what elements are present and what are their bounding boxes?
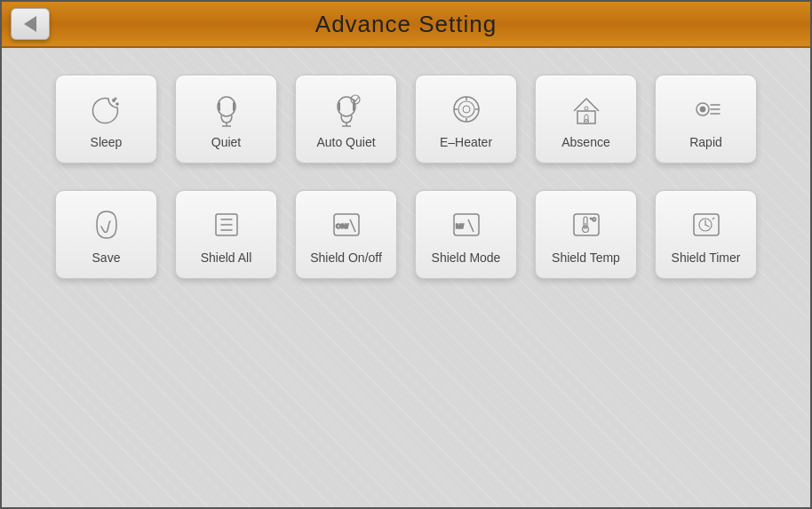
shield-temp-icon: °C (566, 204, 607, 245)
content-area: Sleep Quiet (2, 48, 810, 306)
absence-button[interactable]: Absence (535, 75, 637, 163)
shield-timer-label: Shield Timer (672, 251, 741, 265)
e-heater-button[interactable]: E–Heater (415, 75, 517, 163)
svg-line-44 (705, 225, 709, 227)
back-arrow-icon (24, 16, 36, 32)
auto-quiet-button[interactable]: Auto Quiet (295, 75, 397, 163)
shield-temp-button[interactable]: °C Shield Temp (535, 190, 637, 279)
shield-temp-label: Shield Temp (552, 251, 620, 265)
button-row-2: Save Shield All (55, 190, 757, 279)
shield-onoff-label: Shield On/off (310, 251, 382, 265)
save-label: Save (92, 251, 121, 265)
shield-all-icon (206, 204, 247, 245)
svg-text:M/: M/ (456, 222, 465, 230)
svg-point-1 (116, 103, 118, 105)
e-heater-label: E–Heater (440, 135, 492, 149)
svg-point-20 (585, 107, 588, 110)
svg-point-22 (700, 107, 705, 112)
shield-all-button[interactable]: Shield All (175, 190, 277, 279)
rapid-button[interactable]: Rapid (655, 75, 757, 163)
absence-label: Absence (561, 135, 609, 149)
shield-mode-icon: M/ (446, 204, 487, 245)
save-icon (86, 204, 127, 245)
main-container: Advance Setting Sleep (0, 0, 812, 509)
svg-point-0 (112, 99, 114, 101)
e-heater-icon (446, 89, 487, 130)
shield-mode-button[interactable]: M/ Shield Mode (415, 190, 517, 279)
svg-line-35 (468, 219, 474, 232)
page-title: Advance Setting (315, 11, 497, 38)
shield-mode-label: Shield Mode (432, 251, 501, 265)
svg-point-11 (458, 101, 474, 117)
rapid-label: Rapid (689, 135, 722, 149)
shield-all-label: Shield All (201, 251, 252, 265)
header: Advance Setting (2, 2, 810, 48)
sleep-button[interactable]: Sleep (55, 75, 157, 163)
sleep-icon (86, 89, 127, 130)
auto-quiet-label: Auto Quiet (316, 135, 375, 149)
shield-onoff-button[interactable]: ON/ Shield On/off (295, 190, 397, 279)
quiet-label: Quiet (211, 135, 241, 149)
button-row-1: Sleep Quiet (55, 75, 757, 163)
shield-timer-icon (686, 204, 727, 245)
shield-timer-button[interactable]: Shield Timer (655, 190, 757, 279)
svg-point-12 (463, 106, 470, 113)
sleep-label: Sleep (91, 135, 123, 149)
rapid-icon (686, 89, 727, 130)
shield-onoff-icon: ON/ (326, 204, 367, 245)
quiet-icon (206, 89, 247, 130)
back-button[interactable] (11, 8, 50, 40)
svg-text:ON/: ON/ (336, 222, 349, 230)
quiet-button[interactable]: Quiet (175, 75, 277, 163)
svg-point-2 (115, 98, 116, 99)
svg-line-32 (350, 219, 355, 232)
svg-rect-18 (585, 115, 588, 122)
auto-quiet-icon (326, 89, 367, 130)
svg-text:°C: °C (590, 217, 596, 222)
svg-line-45 (712, 218, 714, 219)
absence-icon (566, 89, 607, 130)
save-button[interactable]: Save (55, 190, 157, 279)
svg-point-10 (454, 97, 479, 122)
